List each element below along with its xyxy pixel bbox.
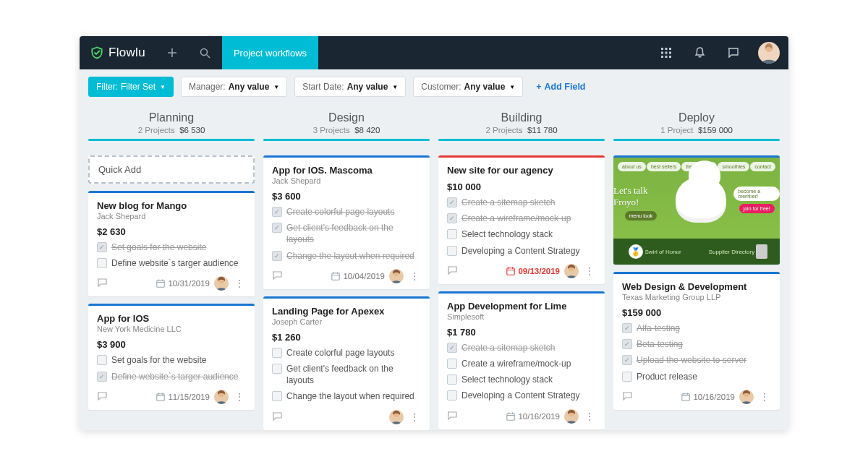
checkbox-icon[interactable] — [447, 390, 457, 401]
card-menu-button[interactable]: ⋮ — [408, 270, 421, 282]
comments-button[interactable] — [272, 271, 282, 281]
comments-button[interactable] — [447, 411, 457, 421]
assignee-avatar[interactable] — [739, 390, 754, 404]
task-item[interactable]: Define website`s targer audience — [97, 257, 246, 269]
filter-set-pill[interactable]: Filter: Filter Set▼ — [88, 77, 174, 97]
comments-button[interactable] — [622, 392, 632, 402]
card-menu-button[interactable]: ⋮ — [583, 411, 596, 422]
project-card[interactable]: App Development for Lime Simplesoft $1 7… — [438, 291, 605, 429]
task-item[interactable]: Change the layout when required — [272, 250, 421, 262]
manager-filter[interactable]: Manager: Any value▼ — [181, 77, 287, 97]
card-menu-button[interactable]: ⋮ — [758, 391, 771, 403]
task-item[interactable]: Create a sitemap sketch — [447, 342, 596, 354]
task-item[interactable]: Upload the website to server — [622, 354, 771, 366]
checkbox-icon[interactable] — [272, 364, 282, 374]
task-item[interactable]: Developing a Content Strategy — [447, 390, 596, 401]
task-item[interactable]: Create a wireframe/mock-up — [447, 358, 596, 369]
project-card[interactable]: New blog for Mango Jack Shepard $2 630 S… — [88, 191, 255, 296]
assignee-avatar[interactable] — [564, 264, 579, 278]
card-menu-button[interactable]: ⋮ — [233, 278, 246, 289]
checkbox-icon[interactable] — [622, 372, 632, 382]
due-date: 09/13/2019 — [506, 267, 560, 275]
card-price: $2 630 — [97, 226, 246, 237]
assignee-avatar[interactable] — [214, 276, 229, 291]
comments-button[interactable] — [447, 266, 457, 276]
task-item[interactable]: Create a wireframe/mock-up — [447, 213, 596, 224]
comment-icon — [97, 392, 107, 401]
card-menu-button[interactable]: ⋮ — [408, 411, 421, 423]
column-building: Building 2 Projects $11 780 New site for… — [438, 107, 605, 430]
comments-button[interactable] — [97, 392, 107, 402]
project-card[interactable]: App for IOS. Mascoma Jack Shepard $3 600… — [263, 155, 430, 289]
checkbox-icon[interactable] — [622, 355, 632, 365]
checkbox-icon[interactable] — [447, 359, 457, 369]
add-button[interactable] — [156, 36, 189, 69]
checkbox-icon[interactable] — [272, 207, 282, 217]
due-date: 10/31/2019 — [156, 279, 210, 288]
checkbox-icon[interactable] — [97, 372, 107, 382]
project-card[interactable]: Web Design & Development Texas Marketing… — [613, 272, 780, 410]
task-item[interactable]: Create a sitemap sketch — [447, 197, 596, 208]
assignee-avatar[interactable] — [389, 410, 404, 424]
svg-rect-5 — [665, 52, 668, 54]
project-card[interactable]: Landing Page for Apexex Joseph Carter $1… — [263, 296, 430, 430]
task-item[interactable]: Define website`s targer audience — [97, 371, 246, 382]
checkbox-icon[interactable] — [272, 348, 282, 358]
task-item[interactable]: Get client's feedback on the layouts — [272, 222, 421, 245]
card-price: $10 000 — [447, 181, 596, 192]
checkbox-icon[interactable] — [272, 391, 282, 401]
project-card[interactable]: App for IOS New York Medicine LLC $3 900… — [88, 304, 255, 409]
card-menu-button[interactable]: ⋮ — [583, 265, 596, 277]
svg-rect-20 — [507, 413, 514, 419]
comment-icon — [622, 392, 632, 401]
checkbox-icon[interactable] — [272, 223, 282, 233]
task-item[interactable]: Select technology stack — [447, 228, 596, 240]
chat-button[interactable] — [716, 36, 749, 69]
task-item[interactable]: Change the layout when required — [272, 390, 421, 402]
quick-add-button[interactable]: Quick Add — [88, 155, 255, 184]
comments-button[interactable] — [97, 278, 107, 288]
search-button[interactable] — [189, 36, 222, 69]
task-item[interactable]: Developing a Content Strategy — [447, 245, 596, 257]
assignee-avatar[interactable] — [564, 409, 579, 424]
project-card-image[interactable]: about usbest sellersfresh creamsmoothies… — [613, 155, 780, 265]
checkbox-icon[interactable] — [447, 213, 457, 223]
task-item[interactable]: Select technology stack — [447, 374, 596, 385]
checkbox-icon[interactable] — [622, 323, 632, 333]
assignee-avatar[interactable] — [389, 269, 404, 283]
add-field-button[interactable]: +Add Field — [530, 77, 591, 96]
checkbox-icon[interactable] — [622, 339, 632, 349]
checkbox-icon[interactable] — [447, 246, 457, 256]
task-item[interactable]: Product release — [622, 371, 771, 382]
checkbox-icon[interactable] — [97, 242, 107, 252]
card-menu-button[interactable]: ⋮ — [233, 391, 246, 403]
checkbox-icon[interactable] — [97, 355, 107, 365]
task-item[interactable]: Create colorful page layouts — [272, 347, 421, 359]
checkbox-icon[interactable] — [97, 258, 107, 268]
app-logo[interactable]: Flowlu — [80, 46, 156, 60]
assignee-avatar[interactable] — [214, 390, 229, 404]
task-item[interactable]: Alfa-testing — [622, 322, 771, 334]
checkbox-icon[interactable] — [447, 197, 457, 207]
apps-button[interactable] — [650, 36, 683, 69]
chevron-down-icon: ▼ — [160, 84, 166, 90]
start-date-filter[interactable]: Start Date: Any value▼ — [294, 77, 406, 97]
comments-button[interactable] — [272, 412, 282, 422]
notifications-button[interactable] — [683, 36, 716, 69]
tab-project-workflows[interactable]: Project workflows — [222, 36, 318, 69]
checkbox-icon[interactable] — [272, 251, 282, 261]
card-price: $159 000 — [622, 307, 771, 318]
user-avatar[interactable] — [758, 42, 780, 64]
customer-filter[interactable]: Customer: Any value▼ — [413, 77, 523, 97]
svg-rect-4 — [661, 52, 663, 54]
task-item[interactable]: Set goals for the website — [97, 354, 246, 366]
checkbox-icon[interactable] — [447, 343, 457, 353]
checkbox-icon[interactable] — [447, 229, 457, 239]
task-item[interactable]: Set goals for the website — [97, 241, 246, 253]
task-item[interactable]: Create colorful page layouts — [272, 206, 421, 218]
task-item[interactable]: Get client's feedback on the layouts — [272, 363, 421, 386]
due-date: 10/16/2019 — [681, 393, 735, 401]
task-item[interactable]: Beta-testing — [622, 338, 771, 350]
checkbox-icon[interactable] — [447, 374, 457, 385]
project-card[interactable]: New site for our agency $10 000 Create a… — [438, 155, 605, 284]
